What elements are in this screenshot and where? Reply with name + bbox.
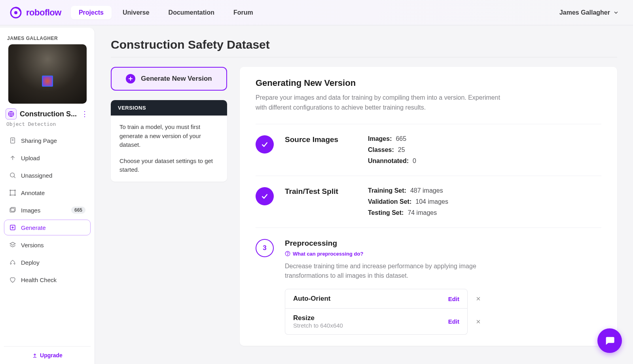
remove-transform-button[interactable] <box>474 317 483 326</box>
rocket-icon <box>9 259 16 266</box>
layers-icon <box>9 241 16 248</box>
divider <box>111 57 617 57</box>
stat-row: Images: 665 <box>368 135 601 142</box>
images-count-badge: 665 <box>71 207 85 214</box>
sidebar-item-label: Health Check <box>21 277 57 283</box>
stat-row: Classes: 25 <box>368 146 601 154</box>
top-nav-items: Projects Universe Documentation Forum <box>71 6 261 19</box>
generate-icon <box>9 224 16 231</box>
sidebar-item-upload[interactable]: Upload <box>4 150 91 166</box>
step-complete-icon <box>256 187 274 205</box>
stat-row: Testing Set: 74 images <box>368 209 601 216</box>
stat-value: 665 <box>396 135 406 142</box>
sidebar-item-label: Deploy <box>21 259 40 266</box>
generate-button-label: Generate New Version <box>141 75 212 83</box>
topnav-documentation[interactable]: Documentation <box>161 6 222 19</box>
heart-icon <box>9 276 16 283</box>
project-title: Construction S... <box>20 110 77 118</box>
chevron-down-icon <box>613 10 619 15</box>
step-title: Preprocessing <box>285 239 601 248</box>
sidebar-item-sharing[interactable]: Sharing Page <box>4 133 91 148</box>
sidebar-item-label: Unassigned <box>21 172 52 179</box>
step-preprocessing: 3 Preprocessing What can preprocessing d… <box>256 228 601 346</box>
svg-point-6 <box>10 173 15 177</box>
brand-name: roboflow <box>26 8 61 18</box>
sidebar-owner: JAMES GALLAGHER <box>4 33 91 44</box>
svg-point-11 <box>10 195 11 195</box>
sidebar: JAMES GALLAGHER Construction S... ⋮ Obje… <box>0 28 95 364</box>
step-title: Train/Test Split <box>285 187 352 216</box>
search-icon <box>9 172 16 179</box>
plus-circle-icon <box>126 74 135 83</box>
svg-point-10 <box>15 190 15 191</box>
svg-point-9 <box>10 190 11 191</box>
generating-subtitle: Prepare your images and data for trainin… <box>256 93 501 113</box>
user-name: James Gallagher <box>559 9 610 16</box>
chat-fab-button[interactable] <box>597 328 622 353</box>
generating-version-card: Generating New Version Prepare your imag… <box>240 67 617 346</box>
user-menu[interactable]: James Gallagher <box>555 6 624 19</box>
sidebar-item-images[interactable]: Images 665 <box>4 202 91 218</box>
stat-value: 74 images <box>407 209 437 216</box>
globe-icon <box>6 108 17 119</box>
svg-line-7 <box>14 176 15 178</box>
transform-name: Resize <box>293 314 343 322</box>
page-title: Construction Safety Dataset <box>111 38 617 51</box>
project-menu-button[interactable]: ⋮ <box>80 110 89 118</box>
upgrade-link[interactable]: Upgrade <box>32 352 63 358</box>
versions-card: VERSIONS To train a model, you must firs… <box>111 100 227 182</box>
transform-row: Resize Stretch to 640x640 Edit <box>285 309 483 335</box>
svg-point-12 <box>15 195 15 195</box>
versions-card-header: VERSIONS <box>111 100 227 116</box>
step-complete-icon <box>256 135 274 154</box>
versions-card-body: To train a model, you must first generat… <box>111 116 227 182</box>
generating-title: Generating New Version <box>256 78 601 88</box>
sidebar-item-label: Annotate <box>21 190 45 196</box>
transform-row: Auto-Orient Edit <box>285 289 483 309</box>
edit-transform-button[interactable]: Edit <box>448 296 459 302</box>
stat-label: Images: <box>368 135 392 142</box>
sidebar-item-annotate[interactable]: Annotate <box>4 185 91 201</box>
upgrade-icon <box>32 353 38 358</box>
svg-marker-16 <box>10 242 15 245</box>
content-area: Construction Safety Dataset Generate New… <box>95 25 633 364</box>
transform-item-auto-orient: Auto-Orient Edit <box>285 289 468 309</box>
brand-logo[interactable]: roboflow <box>9 6 61 19</box>
sidebar-item-label: Generate <box>21 224 46 231</box>
topnav-forum[interactable]: Forum <box>226 6 261 19</box>
svg-rect-8 <box>10 190 15 195</box>
stat-label: Unannotated: <box>368 157 409 165</box>
topnav-universe[interactable]: Universe <box>115 6 157 19</box>
side-nav: Sharing Page Upload Unassigned <box>4 133 91 288</box>
stat-label: Classes: <box>368 146 394 154</box>
stat-label: Training Set: <box>368 187 406 194</box>
help-label: What can preprocessing do? <box>293 251 363 257</box>
edit-transform-button[interactable]: Edit <box>448 318 459 325</box>
sidebar-item-deploy[interactable]: Deploy <box>4 254 91 270</box>
preprocessing-help-link[interactable]: What can preprocessing do? <box>285 251 601 257</box>
step-source-images: Source Images Images: 665 Classes: 25 <box>256 124 601 176</box>
stat-row: Training Set: 487 images <box>368 187 601 194</box>
generate-new-version-button[interactable]: Generate New Version <box>111 67 227 91</box>
sidebar-item-generate[interactable]: Generate <box>4 220 91 235</box>
topnav-projects[interactable]: Projects <box>71 6 112 19</box>
sidebar-item-health[interactable]: Health Check <box>4 272 91 288</box>
top-nav: roboflow Projects Universe Documentation… <box>0 0 633 25</box>
sidebar-item-unassigned[interactable]: Unassigned <box>4 167 91 183</box>
stat-value: 487 images <box>410 187 443 194</box>
sidebar-item-versions[interactable]: Versions <box>4 237 91 253</box>
step-title: Source Images <box>285 135 352 165</box>
logo-mark-icon <box>9 6 22 19</box>
project-thumbnail[interactable] <box>8 44 87 104</box>
stat-row: Unannotated: 0 <box>368 157 601 165</box>
upgrade-label: Upgrade <box>40 352 63 358</box>
remove-transform-button[interactable] <box>474 294 483 303</box>
sidebar-item-label: Sharing Page <box>21 137 57 144</box>
stat-label: Testing Set: <box>368 209 404 216</box>
help-icon <box>285 251 290 256</box>
versions-card-para: Choose your dataset settings to get star… <box>119 157 218 174</box>
sidebar-item-label: Images <box>21 207 40 214</box>
step-train-test-split: Train/Test Split Training Set: 487 image… <box>256 176 601 228</box>
sidebar-item-label: Versions <box>21 242 44 248</box>
transform-list: Auto-Orient Edit <box>285 289 483 335</box>
